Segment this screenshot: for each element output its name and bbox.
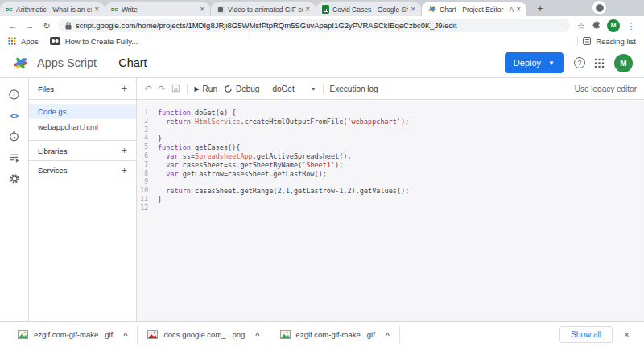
- run-button[interactable]: ▶ Run: [194, 85, 217, 93]
- debug-button[interactable]: Debug: [224, 85, 259, 93]
- downloads-items: ezgif.com-gif-make...gif^docs.google.com…: [8, 322, 400, 347]
- apps-script-logo: [11, 54, 30, 72]
- code-line: 3: [137, 126, 644, 135]
- execution-log-button[interactable]: Execution log: [330, 85, 378, 93]
- code-token: 'Sheet1': [302, 161, 335, 170]
- file-row[interactable]: Code.gs: [29, 104, 136, 119]
- browser-tab[interactable]: DGArithmetic - What is an examp×: [0, 2, 105, 16]
- help-icon[interactable]: ?: [574, 57, 585, 68]
- file-list: Code.gswebappchart.html: [29, 100, 136, 134]
- download-filename: docs.google.com_...png: [163, 330, 245, 339]
- image-file-icon: [18, 330, 28, 339]
- download-caret-icon[interactable]: ^: [386, 331, 390, 339]
- code-token: getLastrow=casesSheet.getLastRow();: [183, 170, 327, 179]
- function-selector[interactable]: doGet ▼: [272, 85, 316, 93]
- forward-icon[interactable]: →: [24, 20, 35, 31]
- code-line: 11}: [137, 196, 644, 204]
- browser-tab[interactable]: Chart - Project Editor - Apps S×: [422, 2, 526, 16]
- line-number: 11: [137, 196, 158, 204]
- debug-label: Debug: [236, 85, 259, 93]
- download-caret-icon[interactable]: ^: [123, 331, 127, 339]
- panel-section-services[interactable]: Services+: [29, 160, 136, 180]
- browser-tab-strip: DGArithmetic - What is an examp×DGWrite×…: [0, 0, 644, 16]
- browser-tab[interactable]: Video to animated GIF conver×: [211, 2, 316, 16]
- download-caret-icon[interactable]: ^: [255, 331, 259, 339]
- files-panel-header: Files +: [29, 78, 136, 100]
- line-number: 9: [137, 178, 158, 187]
- docs-site-icon: DG: [6, 7, 13, 12]
- function-selected-label: doGet: [272, 85, 294, 93]
- line-number: 1: [137, 109, 158, 118]
- save-icon[interactable]: [171, 84, 180, 94]
- file-row[interactable]: webappchart.html: [29, 119, 136, 134]
- executions-list-icon[interactable]: [8, 151, 20, 163]
- back-icon[interactable]: ←: [7, 20, 19, 31]
- debug-icon: [224, 85, 233, 93]
- code-token: [158, 152, 166, 161]
- tab-close-icon[interactable]: ×: [200, 6, 204, 14]
- code-token: function: [158, 109, 195, 118]
- new-tab-button[interactable]: +: [533, 2, 547, 16]
- download-item[interactable]: docs.google.com_...png^: [138, 326, 269, 344]
- main-area: <> Files + Code.gswebappchart.html Libra…: [0, 78, 644, 321]
- tab-title: Covid Cases - Google Sheets: [332, 6, 408, 14]
- tab-close-icon[interactable]: ×: [305, 6, 310, 14]
- code-token: 'webappchart': [347, 118, 401, 126]
- account-avatar[interactable]: M: [614, 54, 633, 72]
- code-token: return: [166, 187, 195, 196]
- line-number: 5: [137, 143, 158, 152]
- download-item[interactable]: ezgif.com-gif-make...gif^: [270, 326, 399, 344]
- show-all-button[interactable]: Show all: [559, 326, 613, 343]
- code-token: .getActiveSpreadsheet();: [253, 152, 352, 161]
- code-line: 5function getCases(){: [137, 143, 644, 152]
- browser-tab[interactable]: DGWrite×: [105, 2, 210, 16]
- use-legacy-editor-link[interactable]: Use legacy editor: [575, 85, 637, 93]
- undo-icon[interactable]: ↶: [144, 84, 151, 94]
- line-number: 8: [137, 170, 158, 179]
- add-file-icon[interactable]: +: [122, 83, 127, 94]
- tab-close-icon[interactable]: ×: [516, 6, 521, 14]
- apps-script-header: Apps Script Chart Deploy ▼ ? M: [0, 48, 644, 78]
- overview-info-icon[interactable]: [8, 89, 20, 101]
- reload-icon[interactable]: ↻: [41, 20, 52, 31]
- browser-tab[interactable]: Covid Cases - Google Sheets×: [316, 2, 421, 16]
- tab-close-icon[interactable]: ×: [94, 6, 99, 14]
- download-filename: ezgif.com-gif-make...gif: [296, 330, 375, 339]
- url-text: script.google.com/home/projects/1MDIg8JR…: [76, 21, 457, 30]
- download-filename: ezgif.com-gif-make...gif: [34, 330, 113, 339]
- redo-icon[interactable]: ↷: [158, 84, 165, 94]
- browser-navbar: ← → ↻ script.google.com/home/projects/1M…: [0, 16, 644, 35]
- deploy-button[interactable]: Deploy ▼: [505, 52, 564, 73]
- toolbar-divider: [323, 84, 324, 93]
- reading-list-icon: [583, 37, 591, 45]
- settings-gear-icon[interactable]: [8, 172, 20, 184]
- code-editor[interactable]: 1function doGet(e) {2 return HtmlService…: [137, 100, 644, 321]
- download-item[interactable]: ezgif.com-gif-make...gif^: [8, 326, 137, 344]
- address-bar[interactable]: script.google.com/home/projects/1MDIg8JR…: [58, 19, 570, 32]
- triggers-clock-icon[interactable]: [8, 130, 20, 143]
- project-title[interactable]: Chart: [118, 56, 147, 69]
- screen-record-icon[interactable]: [592, 1, 606, 14]
- browser-menu-icon[interactable]: ⋮: [625, 20, 637, 31]
- bookmark-star-icon[interactable]: ☆: [576, 20, 587, 31]
- editor-code-icon[interactable]: <>: [8, 109, 20, 122]
- section-add-icon[interactable]: +: [122, 165, 127, 176]
- code-token: getCases(){: [195, 143, 240, 152]
- files-header-label: Files: [38, 85, 54, 93]
- panel-section-libraries[interactable]: Libraries+: [29, 140, 136, 160]
- apps-script-icon: [427, 5, 436, 14]
- bookmark-item[interactable]: How to Create Fully...: [65, 37, 138, 46]
- code-lines: 1function doGet(e) {2 return HtmlService…: [137, 109, 644, 213]
- function-caret-icon: ▼: [311, 86, 316, 92]
- docs-site-icon: DG: [111, 7, 118, 12]
- browser-avatar[interactable]: M: [607, 19, 620, 32]
- bookmarks-apps-label[interactable]: Apps: [21, 37, 39, 46]
- product-name[interactable]: Apps Script: [37, 56, 97, 69]
- google-apps-grid-icon[interactable]: [594, 58, 605, 68]
- tab-close-icon[interactable]: ×: [411, 6, 415, 14]
- downloads-close-icon[interactable]: ×: [624, 329, 630, 341]
- reading-list-label[interactable]: Reading list: [596, 37, 636, 46]
- extensions-puzzle-icon[interactable]: [592, 21, 601, 30]
- section-add-icon[interactable]: +: [122, 145, 127, 156]
- google-sheets-icon: [322, 5, 329, 14]
